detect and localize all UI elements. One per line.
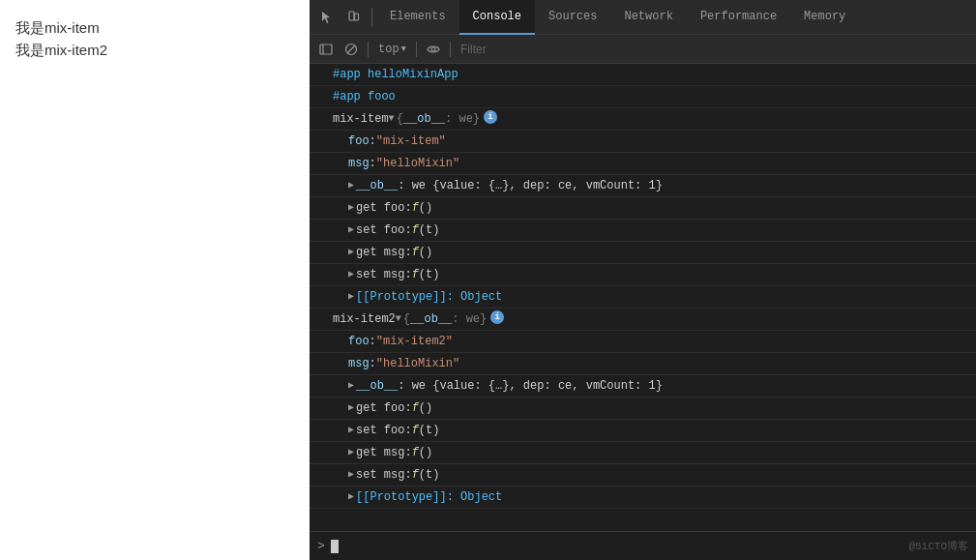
console-line-set-msg-2: ▶ set msg: f (t) [310, 464, 976, 486]
msg-key-1: msg [348, 155, 370, 172]
expand-proto-1-icon[interactable]: ▶ [348, 288, 354, 306]
msg-value-2: "helloMixin" [376, 355, 459, 372]
console-line-proto-1: ▶ [[Prototype]]: Object [310, 286, 976, 309]
tab-elements[interactable]: Elements [376, 0, 459, 35]
expand-get-foo-2-icon[interactable]: ▶ [348, 399, 354, 417]
expand-set-msg-1-icon[interactable]: ▶ [348, 266, 354, 283]
msg-key-2: msg [348, 355, 370, 372]
tab-bar: Elements Console Sources Network Perform… [310, 0, 976, 35]
expand-set-msg-2-icon[interactable]: ▶ [348, 466, 354, 484]
msg-value-1: "helloMixin" [376, 155, 459, 172]
svg-rect-1 [349, 12, 354, 20]
expand-set-foo-1-icon[interactable]: ▶ [348, 221, 354, 239]
svg-line-6 [347, 45, 355, 53]
mix-item-ob-colon: : we} [445, 110, 480, 128]
expand-ob-1-icon[interactable]: ▶ [348, 177, 354, 194]
get-msg-2-f: f [412, 444, 419, 461]
expand-ob-2-icon[interactable]: ▶ [348, 377, 354, 395]
console-messages-icon[interactable] [315, 39, 337, 60]
filter-input[interactable] [457, 43, 970, 56]
tab-bar-separator [371, 8, 372, 27]
foo-colon-2: : [370, 333, 376, 350]
expand-mix-item-icon[interactable]: ▼ [389, 110, 395, 128]
set-foo-2-label: set foo: [356, 422, 412, 439]
ob-key-2: __ob__ [356, 377, 398, 395]
ob-colon-1: : we {value: {…}, dep: ce, vmCount: 1} [398, 177, 663, 194]
clear-console-icon[interactable] [340, 39, 362, 60]
msg-colon-1: : [370, 155, 376, 172]
foo-key-2: foo [348, 333, 370, 350]
tab-performance[interactable]: Performance [687, 0, 790, 35]
console-line-proto-2: ▶ [[Prototype]]: Object [310, 486, 976, 509]
watermark: @51CTO博客 [908, 539, 968, 553]
mix-item2-info-badge[interactable]: i [490, 310, 504, 324]
expand-proto-2-icon[interactable]: ▶ [348, 488, 354, 506]
tab-memory[interactable]: Memory [790, 0, 859, 35]
tab-network[interactable]: Network [610, 0, 686, 35]
set-msg-1-label: set msg: [356, 266, 412, 283]
get-foo-1-parens: () [419, 199, 432, 217]
svg-rect-2 [355, 14, 359, 20]
device-icon[interactable] [340, 4, 368, 31]
foo-key: foo [348, 133, 370, 150]
console-line-msg-mix-item2: msg : "helloMixin" [310, 353, 976, 375]
set-foo-1-label: set foo: [356, 221, 412, 239]
console-line-ob-2: ▶ __ob__ : we {value: {…}, dep: ce, vmCo… [310, 375, 976, 398]
text-line-1: 我是mix-item [15, 19, 294, 38]
expand-get-msg-1-icon[interactable]: ▶ [348, 244, 354, 261]
console-line-mix-item2: mix-item2 ▼ { __ob__ : we} i [310, 309, 976, 331]
foo-value: "mix-item" [376, 133, 446, 150]
toolbar-separator-1 [368, 42, 369, 57]
get-msg-2-label: get msg: [356, 444, 412, 461]
cursor-icon[interactable] [313, 4, 340, 31]
text-line-2: 我是mix-item2 [15, 42, 294, 60]
mix-item-info-badge[interactable]: i [484, 110, 497, 124]
eye-icon[interactable] [423, 39, 444, 60]
get-msg-2-parens: () [419, 444, 432, 461]
console-line-get-foo-1: ▶ get foo: f () [310, 197, 976, 220]
set-msg-2-f: f [412, 466, 419, 484]
tab-console[interactable]: Console [459, 0, 535, 35]
left-panel: 我是mix-item 我是mix-item2 [0, 0, 310, 560]
mix-item2-label: mix-item2 [333, 310, 396, 328]
expand-set-foo-2-icon[interactable]: ▶ [348, 422, 354, 439]
mix-item-ob-key: { [397, 110, 403, 128]
mix-item-label: mix-item [333, 110, 389, 128]
set-foo-1-parens: (t) [419, 221, 440, 239]
msg-colon-2: : [370, 355, 376, 372]
svg-point-7 [431, 47, 435, 51]
mix-item2-ob-label: __ob__ [410, 310, 452, 328]
console-line-ob-1: ▶ __ob__ : we {value: {…}, dep: ce, vmCo… [310, 175, 976, 197]
get-foo-2-parens: () [419, 399, 432, 417]
mix-item2-ob-colon: : we} [452, 310, 487, 328]
set-msg-2-label: set msg: [356, 466, 412, 484]
get-foo-2-label: get foo: [356, 399, 412, 417]
console-input-bar: > @51CTO博客 [310, 531, 976, 560]
console-line-msg-mix-item: msg : "helloMixin" [310, 153, 976, 175]
foo-colon: : [370, 133, 376, 150]
get-msg-1-label: get msg: [356, 244, 412, 261]
set-msg-1-parens: (t) [419, 266, 440, 283]
get-foo-1-label: get foo: [356, 199, 412, 217]
console-line-get-foo-2: ▶ get foo: f () [310, 398, 976, 420]
svg-marker-0 [322, 12, 330, 23]
console-line-foo-mix-item: foo : "mix-item" [310, 131, 976, 153]
console-prompt: > [317, 539, 325, 553]
get-foo-2-f: f [412, 399, 419, 417]
console-line-app-hello: #app helloMixinApp [310, 64, 976, 86]
set-foo-2-parens: (t) [419, 422, 440, 439]
context-selector[interactable]: top ▼ [374, 41, 410, 58]
expand-mix-item2-icon[interactable]: ▼ [396, 310, 401, 328]
svg-rect-3 [320, 44, 332, 54]
console-toolbar: top ▼ [310, 35, 976, 64]
expand-get-foo-1-icon[interactable]: ▶ [348, 199, 354, 217]
get-foo-1-f: f [412, 199, 419, 217]
console-line-get-msg-1: ▶ get msg: f () [310, 242, 976, 264]
ob-colon-2: : we {value: {…}, dep: ce, vmCount: 1} [398, 377, 663, 395]
proto-2-text: [[Prototype]]: Object [356, 488, 502, 506]
tab-sources[interactable]: Sources [535, 0, 610, 35]
console-output[interactable]: #app helloMixinApp #app fooo mix-item ▼ … [310, 64, 976, 531]
expand-get-msg-2-icon[interactable]: ▶ [348, 444, 354, 461]
set-foo-1-f: f [412, 221, 419, 239]
app-hello-text: #app helloMixinApp [333, 66, 458, 83]
